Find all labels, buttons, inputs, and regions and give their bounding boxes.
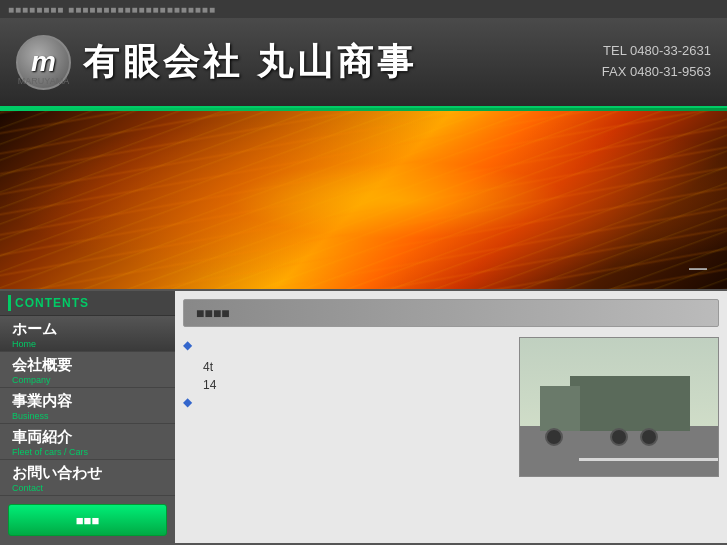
green-action-button[interactable]: ■■■: [8, 504, 167, 536]
logo-area: m MARUYAMA 有眼会社 丸山商事: [16, 35, 417, 90]
top-bar: ■■■■■■■■ ■■■■■■■■■■■■■■■■■■■■■: [0, 0, 727, 18]
nav-business-en: Business: [12, 411, 163, 421]
sidebar-bottom: ■■■: [0, 504, 175, 536]
tel-number: TEL 0480-33-2631: [602, 41, 711, 62]
nav-vehicles-jp: 車両紹介: [12, 428, 163, 447]
sidebar-item-business[interactable]: 事業内容 Business: [0, 388, 175, 424]
bullet-diamond-icon: ◆: [183, 338, 192, 352]
bullet-item-1: ◆: [183, 337, 509, 352]
truck-photo: [519, 337, 719, 477]
road-line: [579, 458, 718, 461]
fax-number: FAX 0480-31-9563: [602, 62, 711, 83]
truck-wheel-3: [640, 428, 658, 446]
contents-label: CONTENTS: [15, 296, 89, 310]
logo-icon: m MARUYAMA: [16, 35, 71, 90]
truck-cab: [540, 386, 580, 431]
content-text-area: ◆ 4t 14 ◆: [183, 337, 509, 477]
logo-mark: m: [31, 46, 56, 78]
truck-wheel-2: [610, 428, 628, 446]
truck-wheel-1: [545, 428, 563, 446]
hero-banner: —: [0, 111, 727, 291]
sidebar-item-contact[interactable]: お問い合わせ Contact: [0, 460, 175, 496]
main-layout: CONTENTS ホーム Home 会社概要 Company 事業内容 Busi…: [0, 291, 727, 543]
contact-info: TEL 0480-33-2631 FAX 0480-31-9563: [602, 41, 711, 83]
bullet-item-2: ◆: [183, 394, 509, 409]
contents-bar-icon: [8, 295, 11, 311]
green-button-label: ■■■: [76, 513, 100, 528]
contents-header: CONTENTS: [0, 291, 175, 316]
header: m MARUYAMA 有眼会社 丸山商事 TEL 0480-33-2631 FA…: [0, 18, 727, 108]
content-header-bar: ■■■■: [183, 299, 719, 327]
nav-home-en: Home: [12, 339, 163, 349]
main-content: ■■■■ ◆ 4t 14 ◆: [175, 291, 727, 543]
nav-company-en: Company: [12, 375, 163, 385]
content-title: ■■■■: [196, 305, 230, 321]
sidebar: CONTENTS ホーム Home 会社概要 Company 事業内容 Busi…: [0, 291, 175, 543]
nav-contact-jp: お問い合わせ: [12, 464, 163, 483]
content-body: ◆ 4t 14 ◆: [183, 337, 719, 477]
sidebar-item-company[interactable]: 会社概要 Company: [0, 352, 175, 388]
hero-dash: —: [689, 258, 707, 279]
nav-vehicles-en: Fleet of cars / Cars: [12, 447, 163, 457]
top-bar-text: ■■■■■■■■ ■■■■■■■■■■■■■■■■■■■■■: [8, 4, 216, 15]
sidebar-item-vehicles[interactable]: 車両紹介 Fleet of cars / Cars: [0, 424, 175, 460]
info-row-4t: 4t: [183, 358, 509, 376]
nav-company-jp: 会社概要: [12, 356, 163, 375]
bullet-diamond-icon-2: ◆: [183, 395, 192, 409]
logo-subtext: MARUYAMA: [18, 76, 69, 86]
truck-body: [570, 376, 690, 431]
nav-contact-en: Contact: [12, 483, 163, 493]
nav-business-jp: 事業内容: [12, 392, 163, 411]
company-name: 有眼会社 丸山商事: [83, 38, 417, 87]
info-row-14: 14: [183, 376, 509, 394]
sidebar-item-home[interactable]: ホーム Home: [0, 316, 175, 352]
hero-streaks: [0, 111, 727, 289]
nav-home-jp: ホーム: [12, 320, 163, 339]
